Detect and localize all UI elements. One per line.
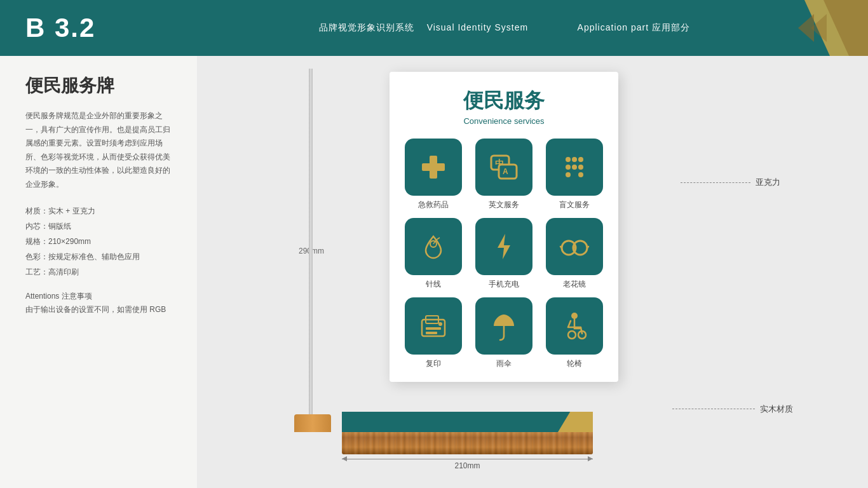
svg-point-15 <box>578 165 583 170</box>
teal-strip <box>342 412 593 432</box>
wood-annotation: 实木材质 <box>672 403 793 415</box>
attention-title: Attentions 注意事项 <box>25 290 172 304</box>
icon-item-translation: 中 A 英文服务 <box>473 139 536 210</box>
icon-box-translation: 中 A <box>475 139 532 196</box>
sign-sub-title: Convenience services <box>402 116 606 126</box>
icon-box-glasses <box>546 218 603 275</box>
medicine-icon <box>417 151 450 184</box>
section-title: 便民服务牌 <box>25 74 172 98</box>
icon-item-needle: 针线 <box>402 218 465 290</box>
needle-icon <box>417 230 450 263</box>
charging-icon <box>487 230 520 263</box>
svg-point-11 <box>572 157 577 162</box>
sign-header: 便民服务 Convenience services <box>402 87 606 126</box>
icon-label-umbrella: 雨伞 <box>496 358 512 369</box>
icon-label-needle: 针线 <box>426 279 441 290</box>
glasses-icon <box>558 230 591 263</box>
brand-label: 品牌视觉形象识别系统 <box>319 22 414 32</box>
sign-card-wrapper: 便民服务 Convenience services <box>351 72 618 382</box>
icon-box-braille <box>546 139 603 196</box>
sign-card: 便民服务 Convenience services <box>390 72 618 382</box>
main-content: 便民服务牌 便民服务牌规范是企业外部的重要形象之一，具有广大的宣传作用。也是提高… <box>0 56 868 488</box>
wheelchair-icon <box>558 309 591 342</box>
attention-text: 由于输出设备的设置不同，如需使用 RGB <box>25 303 172 317</box>
svg-line-23 <box>587 247 588 248</box>
description-text: 便民服务牌规范是企业外部的重要形象之一，具有广大的宣传作用。也是提高员工归属感的… <box>25 109 172 192</box>
pole <box>309 69 313 428</box>
svg-text:A: A <box>503 167 508 176</box>
corner-decoration <box>766 0 868 56</box>
materials: 材质：实木 + 亚克力 <box>25 203 172 219</box>
icon-label-glasses: 老花镜 <box>563 279 586 290</box>
acrylic-line <box>681 182 750 183</box>
icon-box-umbrella <box>475 297 532 355</box>
icon-item-umbrella: 雨伞 <box>473 297 536 369</box>
copy-icon <box>417 309 450 342</box>
vis-label: Visual Identity System <box>427 22 528 32</box>
icon-box-wheelchair <box>546 297 603 355</box>
attention-section: Attentions 注意事项 由于输出设备的设置不同，如需使用 RGB <box>25 290 172 317</box>
icon-item-charging: 手机充电 <box>473 218 536 290</box>
wood-line <box>672 409 755 409</box>
inner: 内芯：铜版纸 <box>25 219 172 234</box>
app-label: Application part 应用部分 <box>578 22 690 32</box>
width-label: 210mm <box>454 461 480 470</box>
icon-box-needle <box>405 218 462 275</box>
icon-item-braille: 盲文服务 <box>543 139 606 210</box>
scene: 便民服务 Convenience services <box>259 69 806 475</box>
svg-point-33 <box>568 331 576 339</box>
svg-rect-28 <box>426 332 437 334</box>
left-panel: 便民服务牌 便民服务牌规范是企业外部的重要形象之一，具有广大的宣传作用。也是提高… <box>0 56 197 488</box>
icon-label-charging: 手机充电 <box>489 279 519 290</box>
svg-rect-27 <box>426 327 441 330</box>
teal-gold-block <box>558 412 593 432</box>
svg-marker-19 <box>498 234 510 259</box>
icon-item-medicine: 急救药品 <box>402 139 465 210</box>
acrylic-label: 亚克力 <box>756 177 780 188</box>
icon-label-copy: 复印 <box>426 358 441 369</box>
icon-grid: 急救药品 中 A <box>402 139 606 369</box>
svg-point-16 <box>566 172 571 177</box>
specs-section: 材质：实木 + 亚克力 内芯：铜版纸 规格：210×290mm 色彩：按规定标准… <box>25 203 172 280</box>
acrylic-annotation: 亚克力 <box>681 177 780 188</box>
wood-label: 实木材质 <box>760 403 793 415</box>
icon-label-braille: 盲文服务 <box>559 200 590 210</box>
craft: 工艺：高清印刷 <box>25 264 172 280</box>
icon-item-glasses: 老花镜 <box>543 218 606 290</box>
svg-rect-5 <box>422 163 445 171</box>
right-panel: 便民服务 Convenience services <box>197 56 868 488</box>
width-dimension-wrapper: 210mm <box>342 459 593 470</box>
umbrella-icon <box>487 309 520 342</box>
page-code: B 3.2 <box>25 13 95 43</box>
icon-label-medicine: 急救药品 <box>418 200 449 210</box>
size: 规格：210×290mm <box>25 234 172 249</box>
pole-base <box>294 414 331 432</box>
color-spec: 色彩：按规定标准色、辅助色应用 <box>25 249 172 264</box>
svg-point-13 <box>566 165 571 170</box>
header-subtitle: 品牌视觉形象识别系统 Visual Identity System Applic… <box>319 22 690 34</box>
icon-label-translation: 英文服务 <box>489 200 519 210</box>
svg-line-22 <box>560 247 562 248</box>
icon-item-wheelchair: 轮椅 <box>543 297 606 369</box>
icon-label-wheelchair: 轮椅 <box>567 358 582 369</box>
icon-box-medicine <box>405 139 462 196</box>
svg-point-32 <box>571 313 578 319</box>
svg-point-10 <box>566 157 571 162</box>
svg-point-14 <box>572 165 577 170</box>
icon-item-copy: 复印 <box>402 297 465 369</box>
sign-main-title: 便民服务 <box>402 87 606 115</box>
icon-box-copy <box>405 297 462 355</box>
icon-box-charging <box>475 218 532 275</box>
svg-point-12 <box>578 157 583 162</box>
braille-icon <box>558 151 591 184</box>
wood-grain <box>342 430 593 454</box>
svg-point-17 <box>578 172 583 177</box>
wood-platform <box>342 430 593 454</box>
svg-point-29 <box>438 322 442 326</box>
dimension-arrow-line <box>342 459 593 459</box>
header: B 3.2 品牌视觉形象识别系统 Visual Identity System … <box>0 0 868 56</box>
translation-icon: 中 A <box>487 151 520 184</box>
